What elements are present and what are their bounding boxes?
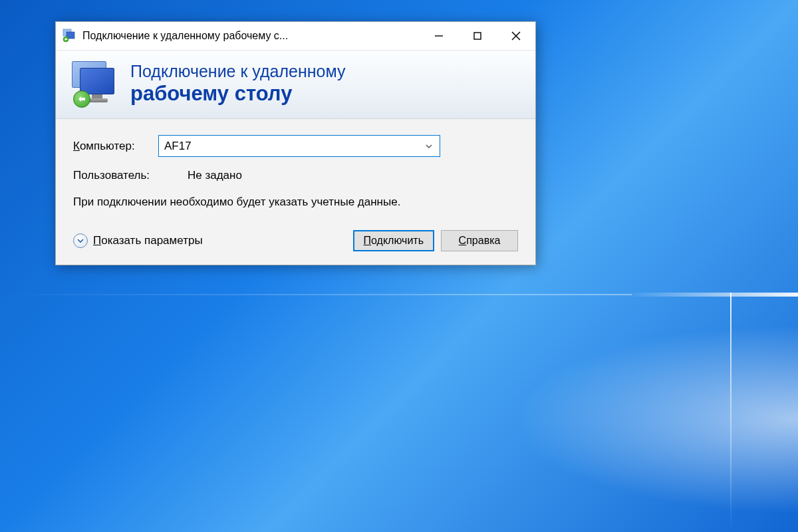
credentials-info: При подключении необходимо будет указать… bbox=[73, 194, 419, 210]
body-panel: Компьютер: Пользователь: Не задано При п… bbox=[56, 119, 535, 265]
show-options-toggle[interactable]: Показать параметры bbox=[73, 233, 346, 248]
header-panel: Подключение к удаленному рабочему столу bbox=[56, 50, 535, 119]
help-button[interactable]: Справка bbox=[441, 230, 518, 251]
maximize-button[interactable] bbox=[458, 22, 497, 50]
computer-label: Компьютер: bbox=[73, 140, 158, 153]
chevron-down-circle-icon bbox=[73, 233, 88, 248]
svg-rect-4 bbox=[474, 33, 481, 39]
minimize-button[interactable] bbox=[420, 22, 458, 50]
rdp-window: Подключение к удаленному рабочему с... П… bbox=[55, 21, 536, 265]
show-options-label: Показать параметры bbox=[93, 234, 203, 247]
user-value: Не задано bbox=[188, 169, 242, 182]
connect-button[interactable]: Подключить bbox=[353, 230, 434, 251]
header-line2: рабочему столу bbox=[130, 81, 346, 106]
computer-combo[interactable] bbox=[158, 135, 440, 157]
user-label: Пользователь: bbox=[73, 169, 188, 182]
app-icon-small bbox=[63, 29, 77, 43]
close-button[interactable] bbox=[497, 22, 535, 50]
chevron-down-icon[interactable] bbox=[424, 142, 434, 150]
computer-input[interactable] bbox=[164, 140, 424, 153]
titlebar[interactable]: Подключение к удаленному рабочему с... bbox=[56, 22, 535, 50]
header-line1: Подключение к удаленному bbox=[130, 61, 346, 81]
rdp-icon bbox=[70, 60, 118, 108]
window-title: Подключение к удаленному рабочему с... bbox=[82, 30, 420, 42]
